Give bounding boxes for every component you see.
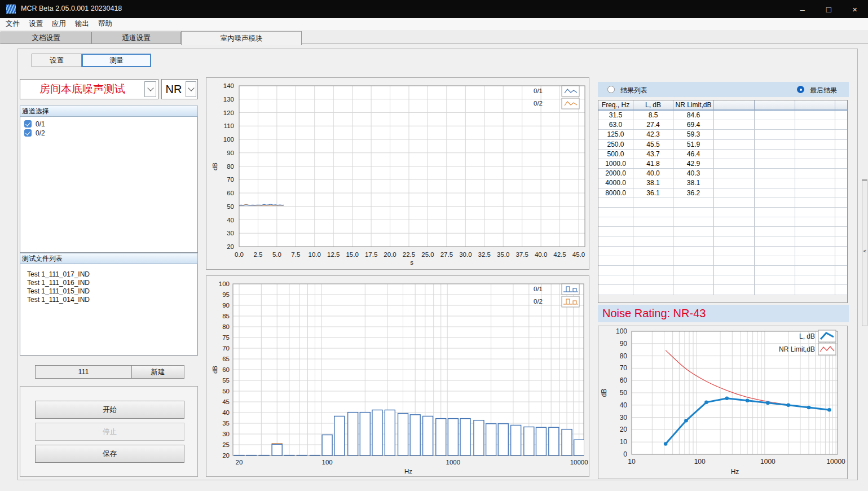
svg-text:60: 60: [222, 366, 230, 373]
table-cell: [755, 198, 795, 208]
test-type-value: 房间本底噪声测试: [20, 80, 144, 99]
table-empty-row[interactable]: [598, 236, 847, 246]
table-cell: [755, 188, 795, 198]
test-type-dropdown-arrow[interactable]: [144, 81, 156, 97]
test-type-dropdown[interactable]: 房间本底噪声测试: [20, 79, 158, 99]
result-list-radio[interactable]: [607, 86, 615, 93]
table-empty-row[interactable]: [598, 217, 847, 227]
table-empty-row[interactable]: [598, 266, 847, 275]
table-empty-row[interactable]: [598, 227, 847, 236]
test-file-list: Test 1_111_017_INDTest 1_111_016_INDTest…: [20, 264, 198, 356]
table-row-8[interactable]: 4000.038.138.1: [598, 178, 847, 188]
rating-value: NR: [162, 80, 186, 99]
rating-dropdown[interactable]: NR: [161, 79, 198, 99]
svg-text:20.0: 20.0: [384, 251, 396, 258]
channel-row-2[interactable]: 0/2: [24, 129, 197, 137]
table-filler: [835, 198, 847, 208]
svg-text:80: 80: [620, 352, 628, 360]
test-file-item-3[interactable]: Test 1_111_015_IND: [20, 287, 197, 296]
channel-checkbox-checked[interactable]: [24, 129, 32, 137]
table-cell: [598, 198, 633, 208]
svg-text:35.0: 35.0: [497, 251, 509, 258]
table-cell: [795, 178, 835, 188]
svg-text:140: 140: [223, 82, 234, 89]
table-header-cell: [714, 100, 755, 111]
menu-item-3[interactable]: 应用: [47, 19, 71, 29]
table-cell: [633, 208, 673, 217]
menu-item-1[interactable]: 文件: [1, 19, 24, 29]
table-cell: [633, 285, 673, 295]
file-name-input[interactable]: 111: [35, 365, 132, 379]
menu-item-4[interactable]: 输出: [71, 19, 94, 29]
table-row-6[interactable]: 1000.041.842.9: [598, 159, 847, 169]
table-filler: [835, 169, 847, 178]
table-cell: 40.3: [673, 169, 714, 178]
close-button[interactable]: ×: [842, 0, 868, 18]
tab-1[interactable]: 文档设置: [1, 32, 91, 44]
test-file-item-2[interactable]: Test 1_111_016_IND: [20, 279, 197, 287]
tab-3[interactable]: 室内噪声模块: [181, 31, 302, 45]
new-button[interactable]: 新建: [131, 365, 184, 379]
table-cell: [598, 275, 633, 285]
table-row-3[interactable]: 125.042.359.3: [598, 130, 847, 139]
table-cell: [714, 266, 755, 275]
result-table: Freq., HzL, dBNR Limit,dB31.58.584.663.0…: [598, 100, 848, 303]
table-cell: 125.0: [598, 130, 633, 139]
test-file-item-4[interactable]: Test 1_111_014_IND: [20, 296, 197, 304]
table-cell: [795, 140, 835, 150]
table-row-4[interactable]: 250.045.551.9: [598, 140, 847, 150]
table-row-9[interactable]: 8000.036.136.2: [598, 188, 847, 198]
table-cell: 38.1: [633, 178, 673, 188]
table-header-cell: NR Limit,dB: [673, 100, 714, 111]
svg-text:130: 130: [223, 96, 234, 103]
svg-text:110: 110: [224, 122, 234, 129]
subtab-measure[interactable]: 测量: [82, 54, 151, 67]
table-cell: 8000.0: [598, 188, 633, 198]
table-row-5[interactable]: 500.043.746.4: [598, 150, 847, 159]
svg-text:30.0: 30.0: [459, 251, 472, 258]
table-cell: [755, 227, 795, 236]
table-filler: [835, 266, 847, 275]
save-button[interactable]: 保存: [35, 445, 184, 463]
table-cell: 8.5: [633, 111, 673, 120]
table-cell: [598, 285, 633, 295]
subtab-settings[interactable]: 设置: [32, 54, 82, 67]
test-file-item-1[interactable]: Test 1_111_017_IND: [20, 270, 197, 279]
maximize-button[interactable]: □: [816, 0, 842, 18]
table-cell: 51.9: [673, 140, 714, 150]
table-cell: [598, 227, 633, 236]
table-empty-row[interactable]: [598, 208, 847, 217]
table-empty-row[interactable]: [598, 285, 847, 295]
table-filler: [835, 159, 847, 169]
table-cell: [755, 178, 795, 188]
menu-bar: 文件设置应用输出帮助: [0, 18, 868, 30]
channel-row-1[interactable]: 0/1: [24, 120, 197, 128]
table-row-2[interactable]: 63.027.469.4: [598, 120, 847, 130]
start-button[interactable]: 开始: [35, 401, 184, 419]
table-cell: [795, 285, 835, 295]
last-result-radio[interactable]: [797, 86, 804, 93]
table-row-7[interactable]: 2000.040.040.3: [598, 169, 847, 178]
tab-2[interactable]: 通道设置: [91, 32, 181, 44]
svg-text:80: 80: [222, 323, 230, 330]
table-empty-row[interactable]: [598, 275, 847, 285]
svg-text:0/1: 0/1: [534, 87, 543, 94]
minimize-button[interactable]: –: [790, 0, 816, 18]
rating-dropdown-arrow[interactable]: [186, 81, 196, 97]
table-row-1[interactable]: 31.58.584.6: [598, 111, 847, 120]
menu-item-2[interactable]: 设置: [24, 19, 47, 29]
table-cell: [714, 178, 755, 188]
table-cell: [714, 236, 755, 246]
table-empty-row[interactable]: [598, 247, 847, 256]
table-cell: [673, 247, 714, 256]
svg-text:10000: 10000: [570, 459, 588, 466]
table-empty-row[interactable]: [598, 256, 847, 266]
table-filler: [835, 140, 847, 150]
table-cell: 1000.0: [598, 159, 633, 169]
table-empty-row[interactable]: [598, 198, 847, 208]
channel-label: 0/2: [36, 129, 45, 137]
svg-text:85: 85: [222, 313, 230, 319]
svg-text:40: 40: [620, 401, 628, 409]
channel-checkbox-checked[interactable]: [24, 120, 32, 128]
menu-item-5[interactable]: 帮助: [94, 19, 117, 29]
